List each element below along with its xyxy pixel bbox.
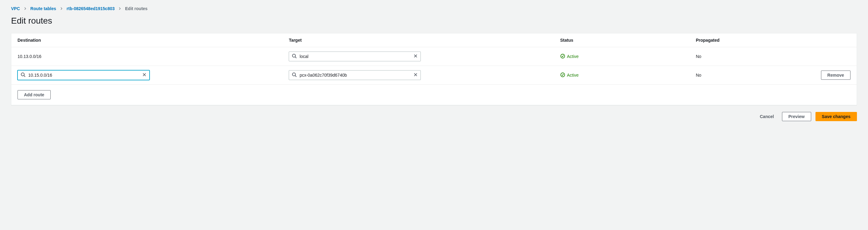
breadcrumb: VPC Route tables rtb-0826548ed1915c803 E…: [11, 6, 857, 11]
chevron-right-icon: [60, 7, 63, 10]
propagated-text: No: [696, 73, 701, 78]
check-circle-icon: [560, 72, 565, 78]
cell-status: Active: [560, 72, 696, 78]
target-input[interactable]: [289, 51, 421, 61]
cell-propagated: No: [696, 73, 790, 78]
save-changes-button[interactable]: Save changes: [815, 112, 857, 121]
destination-text: 10.13.0.0/16: [18, 54, 41, 59]
cell-target: [289, 70, 560, 80]
destination-input-wrapper: [18, 70, 150, 80]
remove-route-button[interactable]: Remove: [821, 71, 850, 80]
col-header-destination: Destination: [18, 38, 289, 43]
breadcrumb-current: Edit routes: [125, 6, 148, 11]
routes-panel: Destination Target Status Propagated 10.…: [11, 33, 857, 105]
breadcrumb-link-rtb[interactable]: rtb-0826548ed1915c803: [67, 6, 115, 11]
status-badge: Active: [560, 54, 579, 60]
table-row: 10.13.0.0/16: [11, 47, 857, 66]
page-title: Edit routes: [11, 16, 857, 26]
propagated-text: No: [696, 54, 701, 59]
status-text: Active: [567, 54, 579, 59]
status-badge: Active: [560, 72, 579, 78]
chevron-right-icon: [118, 7, 121, 10]
cell-destination: [18, 70, 289, 80]
target-input[interactable]: [289, 70, 421, 80]
routes-header-row: Destination Target Status Propagated: [11, 33, 857, 47]
destination-input[interactable]: [18, 70, 150, 80]
col-header-status: Status: [560, 38, 696, 43]
target-input-wrapper: [289, 51, 421, 61]
col-header-target: Target: [289, 38, 560, 43]
close-icon: [413, 73, 418, 78]
routes-table: Destination Target Status Propagated 10.…: [11, 33, 857, 105]
cell-propagated: No: [696, 54, 790, 59]
col-header-propagated: Propagated: [696, 38, 790, 43]
preview-button[interactable]: Preview: [782, 112, 811, 121]
cell-target: [289, 51, 560, 61]
table-row: Active No Remove: [11, 66, 857, 85]
cancel-button[interactable]: Cancel: [756, 112, 778, 121]
add-route-row: Add route: [11, 85, 857, 105]
chevron-right-icon: [24, 7, 27, 10]
cell-status: Active: [560, 54, 696, 60]
close-icon: [142, 73, 147, 78]
add-route-button[interactable]: Add route: [18, 90, 51, 99]
clear-destination-button[interactable]: [141, 71, 148, 79]
cell-destination: 10.13.0.0/16: [18, 54, 289, 59]
footer-actions: Cancel Preview Save changes: [11, 112, 857, 121]
clear-target-button[interactable]: [412, 71, 419, 79]
target-input-wrapper: [289, 70, 421, 80]
breadcrumb-link-route-tables[interactable]: Route tables: [30, 6, 56, 11]
cell-actions: Remove: [791, 71, 850, 80]
close-icon: [413, 54, 418, 59]
clear-target-button[interactable]: [412, 53, 419, 61]
status-text: Active: [567, 73, 579, 78]
breadcrumb-link-vpc[interactable]: VPC: [11, 6, 20, 11]
check-circle-icon: [560, 54, 565, 60]
